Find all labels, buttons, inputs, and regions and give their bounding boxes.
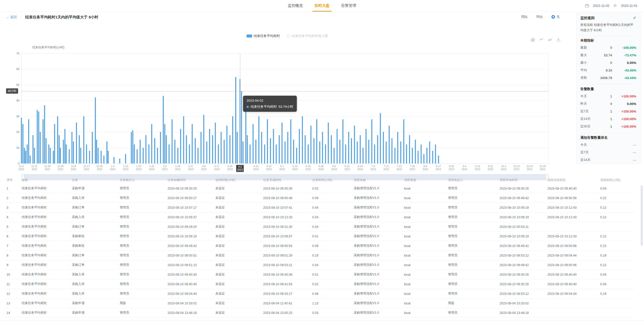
top-tabs: 监控概览 实时大盘 告警管理	[288, 0, 356, 12]
metric-change: +100.00%	[612, 117, 636, 121]
table-cell: 2023-08-10 10:07:41	[262, 203, 311, 212]
bar	[30, 156, 31, 163]
table-cell: 管理员	[118, 308, 166, 318]
bar	[215, 123, 216, 163]
table-cell: local	[403, 251, 447, 260]
bar	[253, 124, 254, 163]
table-cell: 采购入库	[70, 279, 118, 289]
bar	[183, 116, 184, 163]
tooltip-value: 结束任务平均耗时: 53.74小时	[251, 104, 293, 109]
table-cell: 0.09	[311, 241, 352, 251]
tab-realtime-dashboard[interactable]: 实时大盘	[314, 0, 330, 12]
table-cell: local	[403, 212, 447, 222]
line-chart-icon[interactable]	[539, 37, 544, 43]
table-cell: 2023-08-04 10:33:02	[166, 299, 214, 308]
table-row[interactable]: 9结束任务平均耗时采购订单管理员2023-08-10 09:51:13未设定20…	[5, 260, 634, 270]
table-header-cell: 流程名称	[352, 176, 403, 184]
bar	[106, 141, 107, 163]
table-header-cell: 任务	[70, 176, 118, 184]
bar	[421, 145, 422, 163]
table-row[interactable]: 4结束任务平均耗时采购入库管理员2023-08-10 10:09:37未设定20…	[5, 212, 634, 222]
x-axis-label: 11-112022	[31, 165, 37, 171]
date-range-end[interactable]: 2023-11-01	[621, 4, 637, 8]
area-chart-icon[interactable]	[548, 37, 552, 43]
table-cell: 2023-08-10 09:50:53	[262, 241, 311, 251]
table-cell: 采购管理流程V1.0	[352, 203, 403, 212]
date-range-picker[interactable]: 2022-11-02 2023-11-01	[583, 2, 640, 9]
series-dot-icon	[247, 106, 249, 108]
table-cell: 管理员	[447, 251, 498, 260]
bar	[32, 135, 33, 163]
bar	[397, 132, 398, 163]
table-row[interactable]: 3结束任务平均耗时采购订单管理员2023-08-10 10:07:17未设定20…	[5, 203, 634, 212]
download-icon[interactable]	[556, 37, 561, 43]
table-row[interactable]: 14结束任务平均耗时采购申请管理员2023-08-04 13:48:18未设定2…	[5, 308, 634, 318]
bar	[69, 149, 70, 163]
x-axis-label: 5-12023	[279, 165, 285, 171]
table-cell: 未设定	[214, 232, 262, 241]
table-cell: 5	[5, 222, 20, 232]
table-row[interactable]: 2结束任务平均耗时采购入库管理员2023-08-10 09:50:27未设定20…	[5, 193, 634, 203]
table-row[interactable]: 13结束任务平均耗时采购申请周磊2023-08-04 10:33:02未设定20…	[5, 299, 634, 308]
table-cell	[599, 299, 634, 308]
sidebar-section-0: 本期指标最新0-100.00%最大53.74-73.47%最小00.00%平均9…	[580, 35, 636, 82]
legend-item-avg-duration[interactable]: 结束任务平均耗时	[247, 34, 280, 38]
sidebar-metric-row: 近30天1+100.00%	[580, 123, 636, 130]
table-cell: 0.04	[311, 222, 352, 232]
sidebar-metric-row: 近14天1+100.00%	[580, 115, 636, 123]
bar	[119, 159, 120, 163]
table-cell: 2023-08-10 09:40:40	[546, 279, 599, 289]
table-row[interactable]: 5结束任务平均耗时采购订单管理员2023-08-10 09:29:20未设定20…	[5, 222, 634, 232]
bar	[140, 140, 141, 163]
table-cell: 2023-08-10 10:12:33	[262, 212, 311, 222]
table-cell: 采购管理流程V1.0	[352, 251, 403, 260]
table-cell: 采购审批	[70, 232, 118, 241]
bar-chart-icon[interactable]	[531, 37, 535, 43]
bar	[235, 77, 236, 163]
compare-mom-button[interactable]: 环比	[536, 15, 543, 19]
table-cell: 未设定	[214, 251, 262, 260]
table-cell: 采购申请	[70, 299, 118, 308]
table-cell: 0.12	[599, 212, 634, 222]
x-axis-label: 1-312023	[149, 165, 154, 171]
tab-alert-management[interactable]: 告警管理	[341, 0, 356, 12]
tooltip-date: 2023-04-02	[247, 98, 293, 103]
table-cell: 0.19	[599, 289, 634, 299]
table-cell: 13	[5, 299, 20, 308]
table-row[interactable]: 1结束任务平均耗时采购申请管理员2023-08-10 09:30:25未设定20…	[5, 184, 634, 193]
sidebar-section-title: 告警数量	[580, 87, 636, 91]
table-cell: 结束任务平均耗时	[20, 289, 70, 299]
table-row[interactable]: 12结束任务平均耗时采购入库管理员2023-08-10 09:04:44未设定2…	[5, 289, 634, 299]
x-axis-label: 7-302023	[410, 165, 415, 171]
table-row[interactable]: 6结束任务平均耗时采购审批管理员2023-08-10 10:06:19未设定20…	[5, 232, 634, 241]
bar	[357, 141, 358, 163]
x-axis-label: 1-42023	[110, 165, 115, 171]
table-cell: 管理员	[447, 222, 498, 232]
tab-monitor-overview[interactable]: 监控概览	[288, 0, 303, 12]
bar	[172, 119, 173, 163]
table-cell: 2023-08-10 10:12:43	[546, 232, 599, 241]
table-row[interactable]: 11结束任务平均耗时采购入库管理员2023-08-10 09:40:40未设定2…	[5, 279, 634, 289]
task-table-section: 序号名称任务任务执行人任务创建时间合同时限(小时)任务完成时间任务耗时(小时)流…	[5, 176, 634, 318]
axis-pointer-line	[240, 53, 240, 163]
gridline	[21, 116, 548, 117]
edit-pencil-icon[interactable]: ✎	[633, 16, 636, 20]
alarm-line-mode-radio[interactable]: 无	[551, 15, 560, 19]
bar	[351, 138, 352, 163]
date-range-start[interactable]: 2022-11-02	[593, 4, 610, 8]
table-row[interactable]: 8结束任务平均耗时采购订单管理员2023-08-10 09:00:51未设定20…	[5, 251, 634, 260]
bar	[83, 116, 84, 163]
table-cell: 2023-08-10 09:04:44	[546, 251, 599, 260]
bar	[160, 132, 161, 163]
bar	[154, 138, 155, 163]
table-scrollbar[interactable]	[641, 185, 643, 246]
legend-item-upper-limit[interactable]: 结束任务平均耗时值上限	[287, 34, 328, 38]
table-header-row: 序号名称任务任务执行人任务创建时间合同时限(小时)任务完成时间任务耗时(小时)流…	[5, 176, 634, 184]
compare-yoy-button[interactable]: 同比	[521, 15, 528, 19]
table-row[interactable]: 7结束任务平均耗时采购审批管理员2023-08-10 09:49:42未设定20…	[5, 241, 634, 251]
back-link[interactable]: ← 返回	[6, 15, 17, 19]
table-cell: 0.02	[311, 184, 352, 193]
table-row[interactable]: 10结束任务平均耗时采购入库管理员2023-08-10 09:40:30未设定2…	[5, 270, 634, 279]
y-axis-title: 结束任务平均耗时(小时)	[32, 45, 64, 50]
threshold-line	[21, 91, 548, 91]
